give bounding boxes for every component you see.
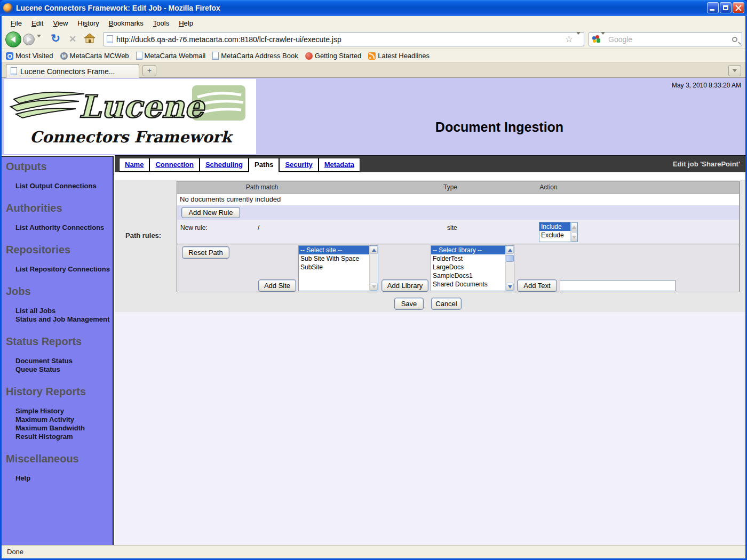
sidebar-item-queue-status[interactable]: Queue Status (15, 365, 113, 374)
menu-view[interactable]: View (48, 17, 73, 29)
add-rule-row: Add New Rule (177, 205, 739, 220)
bookmark-getting-started[interactable]: Getting Started (305, 52, 361, 60)
home-button[interactable] (84, 33, 96, 46)
logo-subtitle: Connectors Framework (30, 128, 232, 146)
tab-name[interactable]: Name (119, 158, 149, 172)
scroll-up-icon[interactable] (571, 222, 577, 231)
menu-bookmarks[interactable]: Bookmarks (104, 17, 148, 29)
add-library-button[interactable]: Add Library (382, 279, 428, 292)
library-option-sampledocs1[interactable]: SampleDocs1 (431, 271, 505, 280)
new-tab-button[interactable]: + (142, 65, 156, 76)
window-body: File Edit View History Bookmarks Tools H… (0, 16, 747, 560)
search-input[interactable] (608, 35, 732, 44)
library-option-largedocs[interactable]: LargeDocs (431, 263, 505, 271)
menu-help[interactable]: Help (174, 17, 198, 29)
lucene-logo: Lucene Connectors Framework (4, 79, 256, 154)
sidebar-item-list-all-jobs[interactable]: List all Jobs (15, 307, 113, 315)
site-scrollbar (369, 246, 378, 291)
bookmark-webmail[interactable]: MetaCarta Webmail (136, 52, 206, 60)
tab-connection[interactable]: Connection (149, 158, 200, 172)
sidebar-item-maximum-activity[interactable]: Maximum Activity (15, 415, 113, 424)
back-history-dropdown[interactable] (37, 37, 41, 47)
save-button[interactable]: Save (394, 298, 424, 310)
site-listbox: -- Select site -- Sub Site With Space Su… (298, 245, 378, 291)
stop-button[interactable]: ✕ (67, 34, 78, 45)
scroll-down-icon[interactable] (370, 283, 378, 291)
action-option-include[interactable]: Include (539, 222, 570, 231)
path-text-input[interactable] (560, 280, 676, 291)
url-input[interactable] (116, 35, 563, 44)
sidebar-item-status-and-job-management[interactable]: Status and Job Management (15, 315, 113, 324)
scrollbar-thumb[interactable] (506, 255, 514, 262)
add-new-rule-button[interactable]: Add New Rule (181, 207, 240, 218)
sidebar-heading-status-reports: Status Reports (6, 335, 108, 348)
sidebar-item-result-histogram[interactable]: Result Histogram (15, 433, 113, 441)
new-rule-path-value: / (258, 224, 259, 231)
tab-security[interactable]: Security (279, 158, 318, 172)
forward-button[interactable] (23, 34, 35, 45)
menu-file[interactable]: File (6, 17, 27, 29)
firefox-window: Lucene Connectors Framework: Edit Job - … (0, 0, 747, 560)
google-icon (592, 35, 601, 44)
reload-button[interactable]: ↻ (49, 32, 62, 45)
add-site-button[interactable]: Add Site (258, 279, 296, 292)
scroll-down-icon[interactable] (571, 233, 577, 242)
empty-message-row: No documents currently included (177, 194, 739, 205)
sidebar-item-list-repository-connections[interactable]: List Repository Connections (15, 265, 113, 274)
tab-metadata[interactable]: Metadata (319, 158, 360, 172)
menu-tools[interactable]: Tools (148, 17, 174, 29)
job-tab-bar: Name Connection Scheduling Paths Securit… (115, 155, 745, 172)
sidebar-item-list-authority-connections[interactable]: List Authority Connections (15, 223, 113, 232)
firefox-icon (3, 3, 13, 13)
cancel-button[interactable]: Cancel (431, 298, 462, 310)
sidebar-heading-jobs: Jobs (6, 285, 108, 298)
action-option-exclude[interactable]: Exclude (539, 231, 570, 239)
getting-started-icon (305, 52, 313, 60)
tab-list-dropdown[interactable] (728, 65, 741, 76)
site-option-select[interactable]: -- Select site -- (299, 246, 369, 254)
sidebar-item-maximum-bandwidth[interactable]: Maximum Bandwidth (15, 424, 113, 433)
sidebar-item-help[interactable]: Help (15, 474, 113, 483)
scroll-up-icon[interactable] (506, 246, 514, 254)
scroll-down-icon[interactable] (506, 283, 514, 291)
browser-tab[interactable]: Lucene Connectors Frame... (6, 64, 139, 78)
search-engine-dropdown[interactable] (601, 35, 605, 44)
site-option-sub-site-with-space[interactable]: Sub Site With Space (299, 254, 369, 263)
back-button[interactable] (5, 31, 21, 47)
search-icon[interactable] (732, 37, 737, 42)
sidebar: Outputs List Output Connections Authorit… (2, 156, 114, 545)
home-icon (84, 33, 96, 44)
column-header-path-match: Path match (246, 183, 279, 191)
site-option-subsite[interactable]: SubSite (299, 263, 369, 271)
bookmark-mcweb[interactable]: MMetaCarta MCWeb (60, 52, 129, 60)
library-option-shared-documents[interactable]: Shared Documents (431, 280, 505, 289)
sidebar-item-list-output-connections[interactable]: List Output Connections (15, 182, 113, 190)
minimize-button[interactable] (707, 2, 719, 13)
menu-history[interactable]: History (73, 17, 104, 29)
location-dropdown[interactable] (576, 35, 581, 44)
sidebar-item-document-status[interactable]: Document Status (15, 357, 113, 365)
tab-paths[interactable]: Paths (249, 158, 279, 173)
menu-bar: File Edit View History Bookmarks Tools H… (2, 16, 745, 30)
action-scrollbar (570, 222, 577, 242)
scroll-up-icon[interactable] (370, 246, 378, 254)
new-rule-type-value: site (447, 224, 457, 231)
lucene-logo-graphic: Lucene (4, 79, 255, 127)
menu-edit[interactable]: Edit (27, 17, 48, 29)
tab-scheduling[interactable]: Scheduling (200, 158, 249, 172)
bookmark-address-book[interactable]: MetaCarta Address Book (212, 52, 298, 60)
rss-icon (368, 52, 376, 60)
maximize-button[interactable] (720, 2, 732, 13)
library-option-select[interactable]: -- Select library -- (431, 246, 505, 254)
status-bar: Done (2, 545, 745, 558)
add-text-button[interactable]: Add Text (517, 279, 557, 292)
bookmark-latest-headlines[interactable]: Latest Headlines (368, 52, 430, 60)
status-text: Done (7, 548, 23, 556)
reset-path-button[interactable]: Reset Path (182, 246, 229, 259)
close-button[interactable] (733, 2, 744, 13)
bookmark-star-icon[interactable]: ☆ (565, 34, 573, 45)
bookmark-most-visited[interactable]: Most Visited (6, 52, 53, 60)
maximize-icon (723, 5, 728, 10)
library-option-foldertest[interactable]: FolderTest (431, 254, 505, 263)
sidebar-item-simple-history[interactable]: Simple History (15, 407, 113, 415)
